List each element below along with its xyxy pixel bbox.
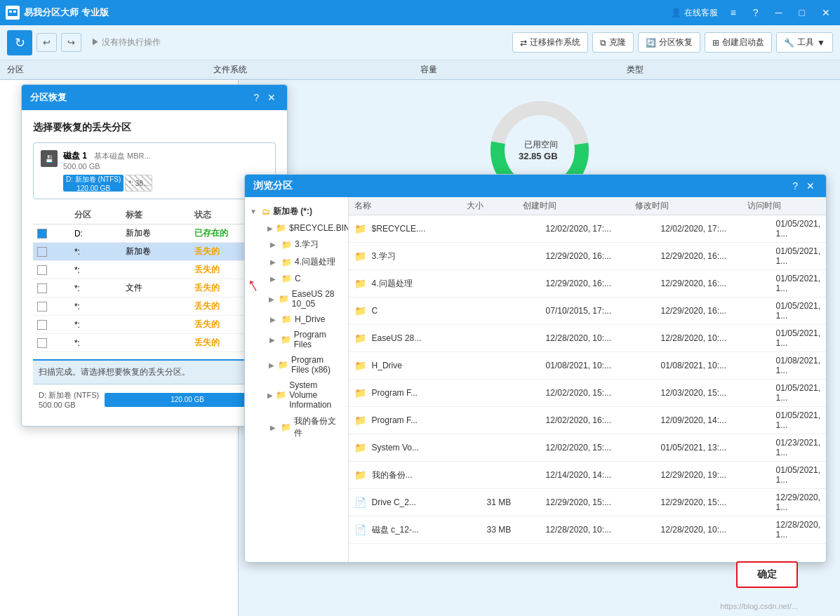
- disk-sub: 基本磁盘 MBR...: [94, 152, 151, 160]
- recover-button[interactable]: 🔄 分区恢复: [638, 32, 700, 53]
- file-icon: 📄: [354, 524, 366, 535]
- tree-folder-icon: 🗂: [262, 207, 270, 217]
- online-service[interactable]: 👤 在线客服: [671, 7, 718, 19]
- list-item[interactable]: ▶ 📁 Program Files (x86): [245, 352, 348, 377]
- list-item[interactable]: ▶ 📁 H_Drive: [245, 312, 348, 327]
- table-row[interactable]: D: 新加卷 已存在的: [33, 225, 276, 243]
- scan-result: 扫描完成。请选择想要恢复的丢失分区。: [33, 359, 276, 384]
- tree-folder-icon: 📁: [279, 294, 289, 304]
- close-button[interactable]: ✕: [818, 6, 834, 20]
- tree-folder-icon: 📁: [281, 314, 292, 324]
- col-modified-header: 修改时间: [635, 200, 747, 212]
- list-item[interactable]: ▶ 📁 4.问题处理: [245, 253, 348, 271]
- tree-expand-icon: ▶: [267, 391, 273, 399]
- disk-name: 磁盘 1 基本磁盘 MBR...: [63, 150, 268, 162]
- table-row[interactable]: *: 新加卷 丢失的: [33, 243, 276, 261]
- folder-icon: 📁: [354, 360, 366, 371]
- row-check[interactable]: [37, 338, 47, 348]
- migrate-os-button[interactable]: ⇄ 迁移操作系统: [512, 32, 588, 53]
- list-item[interactable]: ▶ 📁 Program Files: [245, 327, 348, 352]
- menu-icon[interactable]: ≡: [726, 6, 740, 20]
- folder-icon: 📁: [354, 223, 366, 234]
- list-item[interactable]: ▶ 📁 我的备份文件: [245, 413, 348, 442]
- list-item[interactable]: 📁 $RECYCLE.... 12/02/2020, 17:... 12/02/…: [349, 215, 826, 243]
- folder-icon: 📁: [354, 415, 366, 426]
- list-item[interactable]: ▶ 📁 System Volume Information: [245, 377, 348, 413]
- browse-dialog-header-btns: ? ✕: [789, 179, 818, 193]
- dropdown-arrow-icon: ▼: [817, 38, 825, 48]
- list-item[interactable]: ▶ 📁 $RECYCLE.BIN: [245, 220, 348, 236]
- col-partition: 分区: [7, 64, 213, 76]
- list-item[interactable]: 📁 EaseUS 28... 12/28/2020, 10:... 12/28/…: [349, 325, 826, 352]
- recover-dialog-close-button[interactable]: ✕: [265, 91, 279, 105]
- disk-row: D: 新加卷 (NTFS) 500.00 GB 120.00 GB: [39, 390, 270, 409]
- row-check[interactable]: [37, 247, 47, 257]
- col-created-header: 创建时间: [523, 200, 635, 212]
- toolbar: ↻ ↩ ↪ ▶ 没有待执行操作 ⇄ 迁移操作系统 ⧉ 克隆 🔄 分区恢复 ⊞ 创…: [0, 25, 840, 60]
- minimize-button[interactable]: ─: [771, 6, 787, 20]
- row-check[interactable]: [37, 265, 47, 275]
- list-item[interactable]: 📄 Drive C_2... 31 MB 12/29/2020, 15:... …: [349, 489, 826, 516]
- browse-dialog-help-button[interactable]: ?: [789, 179, 801, 193]
- confirm-button[interactable]: 确定: [736, 561, 798, 588]
- refresh-button[interactable]: ↻: [7, 30, 32, 55]
- list-item[interactable]: 📁 4.问题处理 12/29/2020, 16:... 12/29/2020, …: [349, 270, 826, 297]
- tree-expand-icon: ▶: [267, 295, 276, 303]
- row-check[interactable]: [37, 283, 47, 293]
- list-item[interactable]: 📁 H_Drive 01/08/2021, 10:... 01/08/2021,…: [349, 352, 826, 380]
- col-headers: 分区 文件系统 容量 类型: [0, 60, 840, 80]
- disk-label-area: 磁盘 1 基本磁盘 MBR... 500.00 GB D: 新加卷 (NTFS)…: [63, 150, 268, 192]
- svg-rect-1: [9, 11, 12, 13]
- used-label: 已用空间: [514, 139, 557, 151]
- row-check[interactable]: [37, 302, 47, 312]
- list-item[interactable]: 📄 磁盘 c_12-... 33 MB 12/28/2020, 10:... 1…: [349, 516, 826, 544]
- title-bar-right: 👤 在线客服 ≡ ? ─ □ ✕: [671, 6, 834, 20]
- table-row[interactable]: *: 丢失的: [33, 297, 276, 316]
- redo-button[interactable]: ↪: [61, 33, 81, 52]
- col-accessed-header: 访问时间: [747, 200, 820, 212]
- app-icon: [6, 6, 20, 20]
- table-row[interactable]: *: 丢失的: [33, 334, 276, 352]
- list-item[interactable]: 📁 我的备份... 12/14/2020, 14:... 12/29/2020,…: [349, 462, 826, 489]
- col-type: 类型: [627, 64, 833, 76]
- clone-icon: ⧉: [600, 38, 606, 48]
- list-item[interactable]: ▶ 📁 C: [245, 271, 348, 286]
- table-row[interactable]: *: 文件 丢失的: [33, 279, 276, 297]
- maximize-button[interactable]: □: [795, 6, 809, 20]
- bottom-disk-info: D: 新加卷 (NTFS) 500.00 GB: [39, 390, 99, 409]
- create-boot-button[interactable]: ⊞ 创建启动盘: [705, 32, 772, 53]
- list-item[interactable]: 📁 System Vo... 12/02/2020, 15:... 01/05/…: [349, 434, 826, 462]
- list-item[interactable]: 📁 Program F... 12/02/2020, 16:... 12/09/…: [349, 407, 826, 434]
- tools-button[interactable]: 🔧 工具 ▼: [776, 32, 833, 53]
- col-partition-label: 分区: [70, 206, 121, 225]
- browse-tree: ▼ 🗂 新加卷 (*:) ▶ 📁 $RECYCLE.BIN ▶ 📁 3.学习 ▶…: [245, 197, 349, 562]
- tree-folder-icon: 📁: [276, 390, 286, 400]
- recover-dialog-help-button[interactable]: ?: [251, 91, 262, 105]
- row-check[interactable]: [37, 229, 47, 239]
- list-item[interactable]: 📁 3.学习 12/29/2020, 16:... 12/29/2020, 16…: [349, 243, 826, 270]
- watermark: https://blog.csdn.net/...: [720, 602, 798, 610]
- svg-rect-2: [13, 11, 16, 13]
- row-check[interactable]: [37, 320, 47, 330]
- file-list-area: 名称 大小 创建时间 修改时间 访问时间 📁 $RECYCLE.... 12/0…: [349, 197, 826, 562]
- recover-dialog-subtitle: 选择要恢复的丢失分区: [33, 121, 276, 134]
- folder-icon: 📁: [354, 333, 366, 344]
- undo-button[interactable]: ↩: [36, 33, 57, 52]
- col-size-header: 大小: [467, 200, 523, 212]
- tree-root-item[interactable]: ▼ 🗂 新加卷 (*:): [245, 203, 348, 220]
- list-item[interactable]: 📁 C 07/10/2015, 17:... 12/29/2020, 16:..…: [349, 297, 826, 325]
- clone-button[interactable]: ⧉ 克隆: [592, 32, 634, 53]
- browse-dialog-close-button[interactable]: ✕: [804, 179, 818, 193]
- table-row[interactable]: *: 丢失的: [33, 261, 276, 279]
- list-item[interactable]: 📁 Program F... 12/02/2020, 15:... 12/03/…: [349, 380, 826, 407]
- help-icon[interactable]: ?: [749, 6, 763, 20]
- tree-expand-icon: ▼: [248, 208, 259, 215]
- title-bar: 易我分区大师 专业版 👤 在线客服 ≡ ? ─ □ ✕: [0, 0, 840, 25]
- toolbar-right: ⇄ 迁移操作系统 ⧉ 克隆 🔄 分区恢复 ⊞ 创建启动盘 🔧 工具 ▼: [512, 32, 833, 53]
- tools-icon: 🔧: [784, 38, 794, 48]
- table-row[interactable]: *: 丢失的: [33, 316, 276, 334]
- recover-icon: 🔄: [646, 38, 656, 48]
- tree-folder-icon: 📁: [281, 240, 292, 250]
- list-item[interactable]: ▶ 📁 3.学习: [245, 236, 348, 253]
- browse-dialog-header: 浏览分区 ? ✕: [245, 175, 826, 197]
